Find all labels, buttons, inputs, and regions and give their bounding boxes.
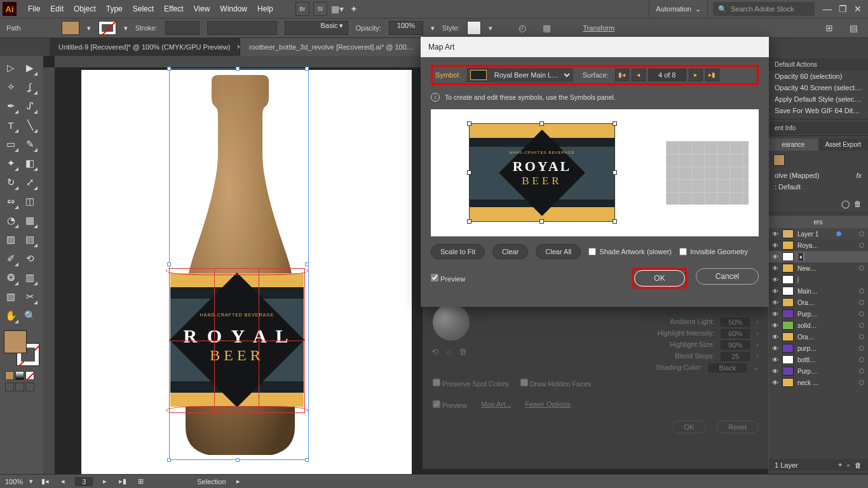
action-item[interactable]: Opacity 60 (selection) — [768, 71, 868, 82]
shaper-tool[interactable]: ✦ — [2, 154, 20, 172]
color-mode-swatches[interactable] — [5, 371, 38, 380]
surface-prev-button[interactable]: ◂ — [632, 69, 646, 81]
symbol-sprayer-tool[interactable]: ❂ — [2, 269, 20, 287]
eye-icon[interactable]: 👁 — [772, 299, 778, 306]
clear-all-button[interactable]: Clear All — [536, 244, 581, 259]
surface-next-button[interactable]: ▸ — [689, 69, 703, 81]
layers-tab[interactable]: ers — [768, 216, 868, 228]
docinfo-tab[interactable]: ent Info — [768, 122, 868, 134]
fill-swatch[interactable] — [62, 21, 79, 35]
width-tool[interactable]: ⇔ — [2, 193, 20, 210]
sel-handle[interactable] — [236, 67, 240, 71]
layer-group[interactable]: 👁 Layer 1 — [768, 228, 868, 240]
graph-tool[interactable]: ▥ — [21, 269, 39, 287]
sel-handle[interactable] — [305, 67, 309, 71]
zoom-level[interactable]: 100% — [5, 478, 23, 485]
mapped-symbol-art[interactable]: HAND-CRAFTED BEVERAGE ROYAL BEER — [469, 123, 615, 222]
invisible-geometry-checkbox[interactable]: Invisible Geometry — [679, 248, 748, 255]
artboard-index[interactable]: 3 — [75, 477, 93, 486]
appearance-footer-icons[interactable]: ◯ 🗑 — [768, 198, 868, 210]
menu-type[interactable]: Type — [101, 0, 128, 18]
artboard-first-icon[interactable]: ▮◂ — [39, 477, 51, 485]
transform-label[interactable]: Transform — [583, 24, 614, 32]
blend-tool[interactable]: ⟲ — [21, 250, 39, 268]
layer-row[interactable]: 👁Purp… — [768, 308, 868, 320]
appearance-fill-swatch[interactable] — [773, 154, 785, 166]
control-snap-icon[interactable]: ⊞ — [821, 23, 837, 33]
free-transform-tool[interactable]: ◫ — [21, 193, 39, 210]
layers-new-icon[interactable]: ▫ — [847, 461, 850, 469]
eye-icon[interactable]: 👁 — [772, 345, 778, 352]
eyedropper-tool[interactable]: ✐ — [2, 250, 20, 268]
chevron-down-icon[interactable]: ▾ — [489, 24, 492, 32]
eye-icon[interactable]: 👁 — [772, 379, 778, 386]
graphic-style-swatch[interactable] — [467, 21, 481, 35]
paintbrush-tool[interactable]: ✎ — [21, 135, 39, 153]
layer-row[interactable]: 👁Ora… — [768, 297, 868, 308]
shade-artwork-checkbox[interactable]: Shade Artwork (slower) — [588, 248, 672, 255]
eye-icon[interactable]: 👁 — [772, 254, 778, 261]
rotate-tool[interactable]: ↻ — [2, 173, 20, 191]
cancel-button[interactable]: Cancel — [696, 268, 759, 285]
sel-handle[interactable] — [305, 458, 309, 462]
artboard-last-icon[interactable]: ▸▮ — [117, 477, 128, 485]
artboard-tool[interactable]: ▧ — [2, 288, 20, 306]
sel-handle[interactable] — [167, 67, 171, 71]
surface-last-button[interactable]: ▸▮ — [705, 69, 719, 81]
menu-file[interactable]: File — [23, 0, 45, 18]
symbol-select[interactable]: Royal Beer Main L… — [489, 68, 572, 82]
curvature-tool[interactable]: ᔑ — [21, 97, 39, 115]
eye-icon[interactable]: 👁 — [772, 311, 778, 318]
layer-row[interactable]: 👁Ora… — [768, 331, 868, 342]
screen-mode-swatches[interactable] — [5, 383, 38, 391]
opacity-field[interactable]: 100% — [389, 21, 423, 35]
menu-effect[interactable]: Effect — [159, 0, 188, 18]
asset-export-tab[interactable]: Asset Export — [818, 139, 869, 151]
perspective-tool[interactable]: ▦ — [21, 212, 39, 229]
slice-tool[interactable]: ✂ — [21, 288, 39, 306]
type-tool[interactable]: T — [2, 116, 20, 134]
sel-handle[interactable] — [167, 262, 171, 266]
document-tab[interactable]: Untitled-9 [Recovered]* @ 100% (CMYK/GPU… — [50, 38, 240, 56]
action-item[interactable]: Apply Default Style (select… — [768, 93, 868, 105]
menu-object[interactable]: Object — [69, 0, 101, 18]
trash-icon[interactable]: 🗑 — [855, 461, 862, 469]
scale-tool[interactable]: ⤢ — [21, 173, 39, 191]
appearance-effect-row[interactable]: olve (Mapped)fx — [768, 170, 868, 181]
layer-row[interactable]: 👁Roya… — [768, 240, 868, 251]
action-item[interactable]: Save For Web GIF 64 Dith… — [768, 105, 868, 116]
layer-row[interactable]: 👁bottl… — [768, 354, 868, 365]
magic-wand-tool[interactable]: ✧ — [2, 78, 20, 96]
pen-tool[interactable]: ✒ — [2, 97, 20, 115]
appearance-tab[interactable]: earance — [768, 139, 818, 151]
window-minimize-icon[interactable]: — — [820, 0, 835, 18]
document-tab-active[interactable]: rootbeer_bottle_3d_revolve [Recovered].a… — [240, 38, 431, 56]
eye-icon[interactable]: 👁 — [772, 276, 778, 283]
gradient-tool[interactable]: ▤ — [21, 231, 39, 248]
eye-icon[interactable]: 👁 — [772, 356, 778, 363]
layer-row[interactable]: 👁New… — [768, 262, 868, 274]
eye-icon[interactable]: 👁 — [772, 368, 778, 375]
layer-row[interactable]: 👁purp… — [768, 342, 868, 354]
map-art-preview[interactable]: HAND-CRAFTED BEVERAGE ROYAL BEER — [431, 109, 759, 236]
lasso-tool[interactable]: ʆ — [21, 78, 39, 96]
align-icon[interactable]: ▦ — [538, 23, 555, 33]
fill-stroke-indicator[interactable] — [4, 330, 39, 366]
clear-button[interactable]: Clear — [492, 244, 528, 259]
eraser-tool[interactable]: ◧ — [21, 154, 39, 172]
appearance-opacity-row[interactable]: : Default — [768, 181, 868, 193]
layer-row[interactable]: 👁● — [768, 251, 868, 262]
artboard-prev-icon[interactable]: ◂ — [57, 477, 69, 485]
brush-def-field[interactable]: Basic ▾ — [285, 21, 348, 35]
hand-tool[interactable]: ✋ — [2, 307, 20, 325]
sel-handle[interactable] — [167, 458, 171, 462]
layer-row[interactable]: 👁solid… — [768, 320, 868, 331]
layer-row[interactable]: 👁Main… — [768, 285, 868, 297]
workspace-switcher[interactable]: Automation⌄ — [649, 1, 708, 17]
eye-icon[interactable]: 👁 — [772, 334, 778, 341]
preview-checkbox[interactable]: Preview — [431, 274, 465, 283]
window-restore-icon[interactable]: ❐ — [835, 0, 850, 18]
rectangle-tool[interactable]: ▭ — [2, 135, 20, 153]
search-stock-input[interactable]: 🔍 Search Adobe Stock — [713, 2, 815, 16]
eye-icon[interactable]: 👁 — [772, 265, 778, 272]
